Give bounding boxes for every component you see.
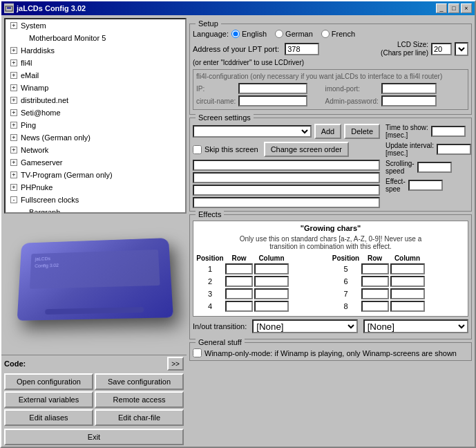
code-bar: Code: >> — [1, 355, 187, 372]
pos-1-input[interactable] — [225, 263, 253, 274]
screen-line-3[interactable] — [193, 185, 380, 196]
screen-line-4[interactable] — [193, 197, 380, 208]
winamp-checkbox[interactable] — [193, 348, 202, 357]
radio-french[interactable]: French — [321, 30, 355, 38]
tree-item-network[interactable]: + Network — [6, 144, 185, 156]
growing-chars-box: "Growing chars" Only use this on standar… — [193, 221, 468, 317]
lpt-label: Address of your LPT port: — [193, 45, 279, 53]
col-8-input[interactable] — [390, 301, 425, 312]
radio-english-input[interactable] — [231, 30, 240, 38]
radio-german-input[interactable] — [275, 30, 283, 38]
pos-2-input[interactable] — [225, 276, 253, 287]
fli4l-note: fli4l-configuration (only necessary if y… — [196, 73, 442, 80]
change-order-button[interactable]: Change screen order — [264, 142, 349, 157]
pos-header-right: Position — [332, 254, 360, 262]
tree-item-tvprogram[interactable]: + TV-Program (German only) — [6, 169, 185, 181]
tree-item-email[interactable]: + eMail — [6, 69, 185, 82]
main-content: + System Motherboard Monitor 5 + Harddis… — [1, 15, 475, 447]
scrolling-speed-input[interactable] — [417, 162, 452, 173]
col-7-input[interactable] — [390, 288, 425, 299]
pos-6-input[interactable] — [361, 276, 389, 287]
setup-group: Setup Language: English German — [189, 24, 472, 115]
close-button[interactable]: × — [461, 3, 472, 13]
save-config-button[interactable]: Save configuration — [95, 373, 184, 390]
minimize-button[interactable]: _ — [436, 3, 447, 13]
left-panel: + System Motherboard Monitor 5 + Harddis… — [1, 15, 187, 447]
radio-french-label: French — [332, 30, 355, 38]
radio-german[interactable]: German — [275, 30, 313, 38]
screen-check-row: Skip this screen Change screen order — [193, 142, 380, 157]
col-6-input[interactable] — [390, 276, 425, 287]
svg-rect-1 — [7, 7, 11, 9]
lcd-size-label: LCD Size:(Chars per line) — [381, 41, 428, 57]
screen-line-2[interactable] — [193, 172, 380, 183]
col-3-input[interactable] — [254, 288, 289, 299]
pos-4-input[interactable] — [225, 301, 253, 312]
tree-item-phpnuke[interactable]: + PHPnuke — [6, 181, 185, 194]
update-interval-input[interactable] — [437, 144, 471, 155]
pos-3-input[interactable] — [225, 288, 253, 299]
tree-item-bargraph[interactable]: Bargraph — [6, 206, 185, 214]
tree-item-fli4l[interactable]: + fli4l — [6, 57, 185, 69]
window-title: jaLCDs Config 3.02 — [17, 4, 86, 12]
expand-icon-fli4l: + — [8, 57, 19, 68]
expand-icon-news: + — [8, 132, 19, 143]
lcd-size-group: LCD Size:(Chars per line) ▼ — [381, 41, 468, 57]
ip-input[interactable] — [238, 83, 307, 94]
pos-8-input[interactable] — [361, 301, 389, 312]
skip-checkbox[interactable] — [193, 145, 202, 154]
tree-item-system[interactable]: + System — [6, 19, 185, 32]
lpt-hint: (or enter "lcddriver" to use LCDriver) — [193, 59, 468, 66]
tree-item-harddisks[interactable]: + Harddisks — [6, 44, 185, 57]
delete-button[interactable]: Delete — [344, 124, 380, 139]
expand-spacer-bg — [17, 207, 28, 214]
tree-item-winamp[interactable]: + Winamp — [6, 82, 185, 94]
lcd-size-input[interactable] — [431, 43, 452, 55]
col-5-input[interactable] — [390, 263, 425, 274]
edit-charfile-button[interactable]: Edit char-file — [95, 409, 184, 426]
transition-select-2[interactable]: [None] — [363, 319, 468, 333]
col-1-input[interactable] — [254, 263, 289, 274]
tree-container[interactable]: + System Motherboard Monitor 5 + Harddis… — [4, 18, 187, 214]
screen-select[interactable] — [193, 125, 312, 138]
external-vars-button[interactable]: External variables — [4, 391, 93, 408]
radio-english-label: English — [242, 30, 267, 38]
circuit-input[interactable] — [238, 95, 307, 106]
tree-item-seti[interactable]: + Seti@home — [6, 106, 185, 119]
maximize-button[interactable]: □ — [448, 3, 459, 13]
imond-input[interactable] — [381, 83, 437, 94]
tree-item-fullscreen[interactable]: - Fullscreen clocks — [6, 194, 185, 206]
radio-english[interactable]: English — [231, 30, 267, 38]
col-header-left: Column — [254, 254, 289, 262]
expand-icon-hdd: + — [8, 45, 19, 56]
pos-7-input[interactable] — [361, 288, 389, 299]
tree-item-distributed[interactable]: + distributed.net — [6, 94, 185, 106]
language-row: Language: English German — [193, 30, 468, 38]
tree-item-news[interactable]: + News (German only) — [6, 131, 185, 144]
add-button[interactable]: Add — [314, 124, 342, 139]
tree-item-motherboard[interactable]: Motherboard Monitor 5 — [6, 32, 185, 44]
edit-aliases-button[interactable]: Edit aliases — [4, 409, 93, 426]
pos-5-input[interactable] — [361, 263, 389, 274]
remote-access-button[interactable]: Remote access — [95, 391, 184, 408]
open-config-button[interactable]: Open configuration — [4, 373, 93, 390]
code-arrow-button[interactable]: >> — [167, 357, 184, 371]
lpt-input[interactable] — [285, 43, 319, 55]
exit-button[interactable]: Exit — [4, 429, 184, 445]
tree-item-ping[interactable]: + Ping — [6, 119, 185, 131]
radio-french-input[interactable] — [321, 30, 330, 38]
lcd-size-select[interactable]: ▼ — [455, 42, 468, 56]
col-2-input[interactable] — [254, 276, 289, 287]
lpt-row: Address of your LPT port: LCD Size:(Char… — [193, 41, 468, 57]
transition-row: In/out transition: [None] [None] — [193, 319, 468, 333]
tree-item-gameserver[interactable]: + Gameserver — [6, 156, 185, 169]
screen-line-1[interactable] — [193, 160, 380, 171]
setup-group-title: Setup — [196, 19, 221, 28]
col-4-input[interactable] — [254, 301, 289, 312]
time-show-row: Time to show:[msec.] — [385, 124, 468, 139]
effect-speed-input[interactable] — [408, 180, 443, 191]
admin-input[interactable] — [381, 95, 437, 106]
transition-select-1[interactable]: [None] — [252, 319, 357, 333]
col-header-right: Column — [390, 254, 425, 262]
time-show-input[interactable] — [431, 126, 466, 137]
